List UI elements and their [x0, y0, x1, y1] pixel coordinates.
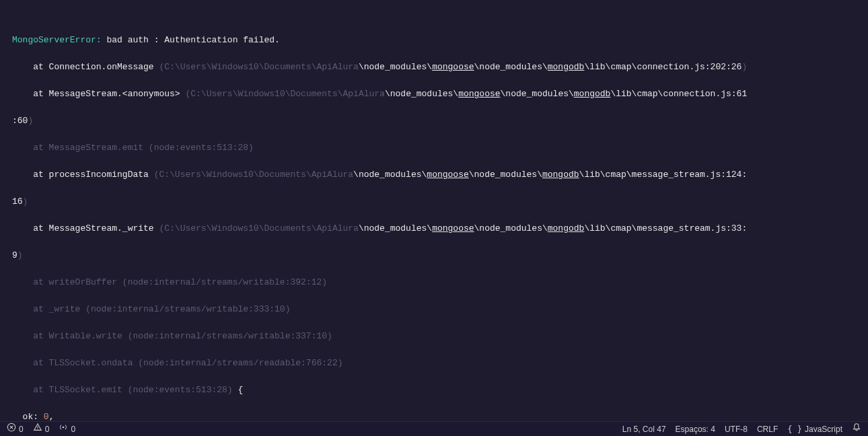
paren: ): [742, 62, 747, 72]
at-prefix: at: [12, 223, 49, 233]
error-message: bad auth : Authentication failed.: [106, 35, 279, 45]
path-seg: \node_modules\: [501, 89, 574, 99]
bell-icon: [852, 423, 861, 436]
pkg-mongoose: mongoose: [427, 170, 468, 180]
stack-line: at writeOrBuffer (node:internal/streams/…: [12, 277, 327, 287]
stack-line: at MessageStream.emit (node:events:513:2…: [12, 143, 254, 153]
obj-key: ok:: [12, 412, 44, 421]
path-end: \lib\cmap\message_stream.js:124:: [579, 170, 748, 180]
path-seg: \node_modules\: [469, 170, 542, 180]
path-seg: \node_modules\: [474, 223, 548, 233]
at-prefix: at: [12, 170, 49, 180]
error-icon: [7, 423, 16, 436]
pkg-mongoose: mongoose: [432, 223, 474, 233]
broadcast-icon: [59, 423, 68, 436]
stack-line: at TLSSocket.ondata (node:internal/strea…: [12, 358, 342, 368]
paren: ): [17, 250, 23, 260]
stack-line: at _write (node:internal/streams/writabl…: [12, 304, 290, 314]
svg-point-5: [37, 429, 38, 429]
path-dim: C:\Users\Windows10\Documents\ApiAlura: [159, 170, 353, 180]
fn-name: Connection.onMessage: [49, 62, 159, 72]
path-dim: C:\Users\Windows10\Documents\ApiAlura: [190, 89, 385, 99]
braces-icon: { }: [787, 423, 802, 436]
error-count: 0: [19, 423, 24, 436]
pkg-mongoose: mongoose: [458, 89, 500, 99]
comma: ,: [49, 412, 55, 421]
warning-icon: [33, 423, 42, 436]
line-col: 16: [12, 196, 23, 207]
path-seg: \node_modules\: [353, 170, 427, 180]
paren: ): [28, 116, 33, 126]
path-seg: \node_modules\: [359, 62, 432, 72]
path-dim: C:\Users\Windows10\Documents\ApiAlura: [164, 223, 359, 233]
pkg-mongodb: mongodb: [574, 89, 611, 99]
language-mode[interactable]: { } JavaScript: [787, 423, 842, 436]
ports-status[interactable]: 0: [59, 423, 75, 436]
error-type: MongoServerError:: [12, 35, 106, 45]
path-seg: \node_modules\: [474, 62, 548, 72]
at-prefix: at: [12, 62, 49, 72]
notifications-button[interactable]: [852, 423, 861, 436]
obj-val: 0: [44, 412, 49, 421]
fn-name: MessageStream._write: [49, 223, 159, 233]
pkg-mongoose: mongoose: [432, 62, 474, 72]
svg-point-6: [63, 426, 65, 428]
path-end: \lib\cmap\connection.js:202:26: [584, 62, 742, 72]
path-end: \lib\cmap\message_stream.js:33:: [584, 223, 747, 233]
cursor-position[interactable]: Ln 5, Col 47: [622, 423, 666, 436]
pkg-mongodb: mongodb: [548, 223, 585, 233]
pkg-mongodb: mongodb: [548, 62, 585, 72]
problems-warnings[interactable]: 0: [33, 423, 50, 436]
line-col: :60: [12, 116, 28, 126]
paren: ): [23, 196, 28, 207]
pkg-mongodb: mongodb: [542, 170, 579, 180]
stack-line: at Writable.write (node:internal/streams…: [12, 331, 332, 341]
status-bar: 0 0 0 Ln 5, Col 47 Espaços: 4 UTF-8 CRLF…: [0, 421, 868, 436]
warning-count: 0: [45, 423, 50, 436]
stack-line: at TLSSocket.emit (node:events:513:28): [12, 385, 238, 395]
brace: {: [238, 385, 243, 395]
line-col: 9: [12, 250, 17, 260]
path-seg: \node_modules\: [385, 89, 458, 99]
path-end: \lib\cmap\connection.js:61: [610, 89, 747, 99]
problems-errors[interactable]: 0: [7, 423, 24, 436]
encoding[interactable]: UTF-8: [725, 423, 748, 436]
eol[interactable]: CRLF: [757, 423, 778, 436]
fn-name: processIncomingData: [49, 170, 154, 180]
path-seg: \node_modules\: [359, 223, 432, 233]
indentation[interactable]: Espaços: 4: [676, 423, 715, 436]
fn-name: MessageStream.<anonymous>: [49, 89, 186, 99]
path-dim: C:\Users\Windows10\Documents\ApiAlura: [164, 62, 359, 72]
port-count: 0: [71, 423, 75, 436]
terminal-output[interactable]: MongoServerError: bad auth : Authenticat…: [0, 0, 868, 421]
at-prefix: at: [12, 89, 49, 99]
